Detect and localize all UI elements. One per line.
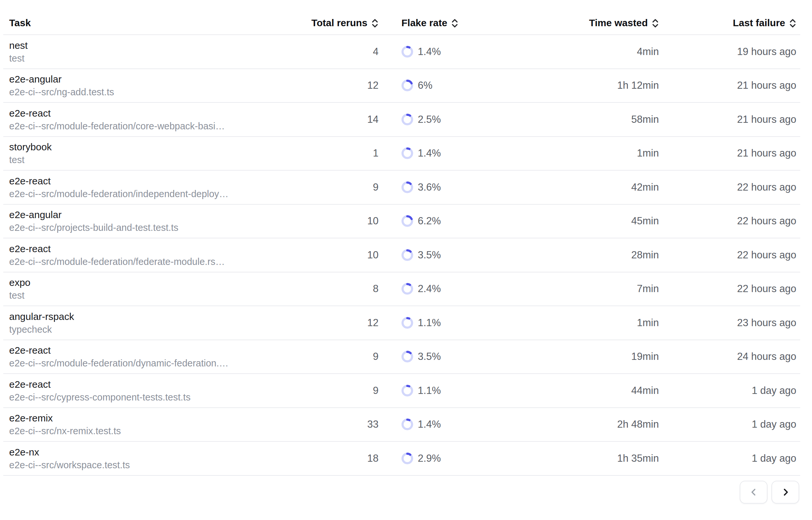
time-wasted-value: 44min bbox=[512, 385, 662, 396]
flake-rate-donut-icon bbox=[401, 317, 413, 329]
flake-rate-value: 1.4% bbox=[418, 46, 441, 58]
task-subtask: test bbox=[9, 52, 302, 64]
flake-rate-donut-icon bbox=[401, 114, 413, 125]
flake-rate-cell: 1.1% bbox=[381, 385, 512, 396]
task-name: expo bbox=[9, 276, 302, 289]
time-wasted-value: 42min bbox=[512, 181, 662, 193]
task-name: e2e-remix bbox=[9, 412, 302, 425]
sort-chevrons-icon bbox=[789, 18, 796, 28]
total-reruns-value: 9 bbox=[302, 385, 381, 396]
time-wasted-value: 58min bbox=[512, 114, 662, 125]
column-header-flake-rate[interactable]: Flake rate bbox=[381, 17, 512, 28]
column-header-total-reruns[interactable]: Total reruns bbox=[302, 17, 381, 28]
flake-rate-cell: 1.4% bbox=[381, 46, 512, 58]
task-subtask: typecheck bbox=[9, 323, 302, 336]
table-row[interactable]: e2e-react e2e-ci--src/module-federation/… bbox=[3, 103, 800, 137]
flake-rate-value: 1.1% bbox=[418, 385, 441, 396]
total-reruns-value: 12 bbox=[302, 80, 381, 92]
task-name: e2e-nx bbox=[9, 446, 302, 459]
task-subtask: e2e-ci--src/module-federation/independen… bbox=[9, 188, 302, 200]
task-name: e2e-react bbox=[9, 175, 302, 188]
flake-rate-cell: 3.5% bbox=[381, 351, 512, 363]
chevron-right-icon bbox=[781, 487, 790, 497]
time-wasted-value: 1h 12min bbox=[512, 80, 662, 92]
flake-rate-donut-icon bbox=[401, 351, 413, 363]
flake-rate-donut-icon bbox=[401, 283, 413, 295]
last-failure-value: 24 hours ago bbox=[662, 351, 796, 363]
table-row[interactable]: e2e-remix e2e-ci--src/nx-remix.test.ts 3… bbox=[3, 408, 800, 442]
time-wasted-value: 7min bbox=[512, 283, 662, 295]
total-reruns-value: 12 bbox=[302, 317, 381, 329]
task-cell: expo test bbox=[9, 276, 302, 302]
task-name: storybook bbox=[9, 140, 302, 154]
previous-page-button[interactable] bbox=[740, 481, 767, 504]
task-cell: e2e-react e2e-ci--src/module-federation/… bbox=[9, 175, 302, 200]
task-name: e2e-react bbox=[9, 344, 302, 357]
total-reruns-value: 14 bbox=[302, 114, 381, 125]
table-row[interactable]: e2e-react e2e-ci--src/module-federation/… bbox=[3, 171, 800, 205]
column-label: Time wasted bbox=[589, 17, 648, 28]
next-page-button[interactable] bbox=[772, 481, 799, 504]
table-row[interactable]: e2e-nx e2e-ci--src/workspace.test.ts 18 … bbox=[3, 442, 800, 476]
task-name: e2e-angular bbox=[9, 208, 302, 222]
total-reruns-value: 10 bbox=[302, 215, 381, 227]
table-row[interactable]: e2e-react e2e-ci--src/module-federation/… bbox=[3, 340, 800, 374]
flake-rate-cell: 3.6% bbox=[381, 181, 512, 193]
flake-rate-donut-icon bbox=[401, 452, 413, 464]
table-row[interactable]: e2e-react e2e-ci--src/module-federation/… bbox=[3, 238, 800, 272]
task-name: e2e-react bbox=[9, 107, 302, 120]
last-failure-value: 22 hours ago bbox=[662, 249, 796, 261]
sort-chevrons-icon bbox=[451, 18, 458, 28]
task-subtask: e2e-ci--src/module-federation/core-webpa… bbox=[9, 120, 302, 132]
sort-chevrons-icon bbox=[371, 18, 379, 28]
task-name: e2e-react bbox=[9, 378, 302, 391]
task-subtask: e2e-ci--src/workspace.test.ts bbox=[9, 459, 302, 471]
column-label: Task bbox=[9, 17, 31, 28]
flake-rate-cell: 2.9% bbox=[381, 452, 512, 464]
table-row[interactable]: storybook test 1 1.4% 1min 21 hours ago bbox=[3, 137, 800, 171]
task-subtask: e2e-ci--src/module-federation/federate-m… bbox=[9, 256, 302, 268]
flake-rate-donut-icon bbox=[401, 147, 413, 159]
flake-rate-donut-icon bbox=[401, 46, 413, 58]
total-reruns-value: 18 bbox=[302, 452, 381, 464]
column-header-time-wasted[interactable]: Time wasted bbox=[512, 17, 662, 28]
flake-rate-value: 1.4% bbox=[418, 418, 441, 430]
flake-rate-value: 1.1% bbox=[418, 317, 441, 329]
table-row[interactable]: e2e-angular e2e-ci--src/ng-add.test.ts 1… bbox=[3, 69, 800, 103]
flake-rate-donut-icon bbox=[401, 80, 413, 92]
task-cell: e2e-remix e2e-ci--src/nx-remix.test.ts bbox=[9, 412, 302, 437]
total-reruns-value: 10 bbox=[302, 249, 381, 261]
task-subtask: e2e-ci--src/ng-add.test.ts bbox=[9, 86, 302, 98]
task-cell: e2e-react e2e-ci--src/module-federation/… bbox=[9, 344, 302, 369]
time-wasted-value: 4min bbox=[512, 46, 662, 58]
total-reruns-value: 4 bbox=[302, 46, 381, 58]
total-reruns-value: 1 bbox=[302, 147, 381, 159]
time-wasted-value: 1min bbox=[512, 147, 662, 159]
task-cell: angular-rspack typecheck bbox=[9, 310, 302, 336]
flake-rate-cell: 1.1% bbox=[381, 317, 512, 329]
flake-rate-cell: 1.4% bbox=[381, 147, 512, 159]
sort-chevrons-icon bbox=[652, 18, 659, 28]
column-header-task: Task bbox=[9, 17, 302, 28]
table-row[interactable]: e2e-react e2e-ci--src/cypress-component-… bbox=[3, 374, 800, 408]
flake-rate-value: 2.5% bbox=[418, 114, 441, 125]
task-cell: e2e-react e2e-ci--src/module-federation/… bbox=[9, 107, 302, 132]
task-name: nest bbox=[9, 39, 302, 52]
task-subtask: test bbox=[9, 154, 302, 166]
table-row[interactable]: angular-rspack typecheck 12 1.1% 1min 23… bbox=[3, 306, 800, 340]
last-failure-value: 21 hours ago bbox=[662, 80, 796, 92]
task-subtask: e2e-ci--src/nx-remix.test.ts bbox=[9, 425, 302, 437]
last-failure-value: 21 hours ago bbox=[662, 114, 796, 125]
flake-rate-donut-icon bbox=[401, 181, 413, 193]
column-header-last-failure[interactable]: Last failure bbox=[662, 17, 796, 28]
flake-rate-cell: 2.5% bbox=[381, 114, 512, 125]
table-row[interactable]: expo test 8 2.4% 7min 22 hours ago bbox=[3, 272, 800, 307]
chevron-left-icon bbox=[749, 487, 759, 497]
task-cell: e2e-angular e2e-ci--src/projects-build-a… bbox=[9, 208, 302, 234]
time-wasted-value: 1min bbox=[512, 317, 662, 329]
table-row[interactable]: e2e-angular e2e-ci--src/projects-build-a… bbox=[3, 205, 800, 239]
flake-rate-donut-icon bbox=[401, 418, 413, 430]
table-row[interactable]: nest test 4 1.4% 4min 19 hours ago bbox=[3, 35, 800, 69]
time-wasted-value: 1h 35min bbox=[512, 452, 662, 464]
task-cell: nest test bbox=[9, 39, 302, 64]
